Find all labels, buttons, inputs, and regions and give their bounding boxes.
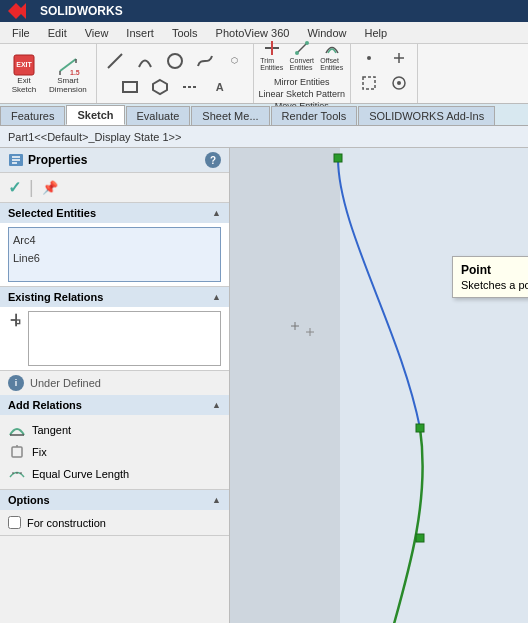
add-relations-header[interactable]: Add Relations ▲ xyxy=(0,395,229,415)
for-construction-label: For construction xyxy=(27,517,106,529)
tangent-icon xyxy=(8,421,26,439)
properties-panel: Properties ? ✓ | 📌 Selected Entities ▲ A… xyxy=(0,148,230,623)
svg-rect-30 xyxy=(16,320,20,324)
existing-relations-box[interactable] xyxy=(28,311,221,366)
construction2-button[interactable] xyxy=(355,71,383,95)
trim-entities-button[interactable]: TrimEntities xyxy=(258,37,286,73)
options-section: Options ▲ For construction xyxy=(0,490,229,536)
tab-addins[interactable]: SOLIDWORKS Add-Ins xyxy=(358,106,495,125)
fix-relation-item[interactable]: Fix xyxy=(8,441,221,463)
convert-entities-button[interactable]: ConvertEntities xyxy=(288,37,316,73)
selected-entities-header[interactable]: Selected Entities ▲ xyxy=(0,203,229,223)
solidworks-logo-icon xyxy=(8,3,36,19)
tab-evaluate[interactable]: Evaluate xyxy=(126,106,191,125)
add-relations-section: Add Relations ▲ Tangent Fix xyxy=(0,395,229,490)
coord-system-button[interactable] xyxy=(385,46,413,70)
line-tool-button[interactable] xyxy=(101,49,129,73)
existing-relations-header[interactable]: Existing Relations ▲ xyxy=(0,287,229,307)
accept-button[interactable]: ✓ xyxy=(8,178,21,197)
properties-icon xyxy=(8,152,24,168)
info-icon: i xyxy=(8,375,24,391)
svg-marker-0 xyxy=(8,3,16,19)
tab-sketch[interactable]: Sketch xyxy=(66,105,124,125)
tab-sheet[interactable]: Sheet Me... xyxy=(191,106,269,125)
selected-entities-section: Selected Entities ▲ Arc4 Line6 xyxy=(0,203,229,287)
panel-title: Properties xyxy=(28,153,87,167)
smart-dimension-button[interactable]: 1.5 SmartDimension xyxy=(44,48,92,100)
options-chevron: ▲ xyxy=(212,495,221,505)
breadcrumb: Part1<<Default>_Display State 1>> xyxy=(8,131,181,143)
for-construction-checkbox[interactable] xyxy=(8,516,21,529)
fix-label: Fix xyxy=(32,446,47,458)
svg-rect-11 xyxy=(123,82,137,92)
svg-rect-32 xyxy=(12,447,22,457)
selected-entities-label: Selected Entities xyxy=(8,207,96,219)
equal-curve-relation-item[interactable]: Equal Curve Length xyxy=(8,463,221,485)
snap-button[interactable] xyxy=(385,71,413,95)
status-label: Under Defined xyxy=(30,377,101,389)
svg-line-9 xyxy=(108,54,122,68)
sketch-canvas-area: Point Sketches a point. xyxy=(230,148,528,623)
polygon-tool-button[interactable] xyxy=(146,75,174,99)
pin-button[interactable]: 📌 xyxy=(42,180,58,195)
menu-edit[interactable]: Edit xyxy=(40,25,75,41)
point-tooltip: Point Sketches a point. xyxy=(452,256,528,298)
circle-tool-button[interactable] xyxy=(161,49,189,73)
point-button[interactable] xyxy=(355,46,383,70)
point-tools xyxy=(351,44,418,103)
main-content: Properties ? ✓ | 📌 Selected Entities ▲ A… xyxy=(0,148,528,623)
existing-relations-label: Existing Relations xyxy=(8,291,103,303)
tabs-bar: Features Sketch Evaluate Sheet Me... Ren… xyxy=(0,104,528,126)
separator: | xyxy=(29,177,34,198)
existing-relations-section: Existing Relations ▲ xyxy=(0,287,229,371)
tooltip-description: Sketches a point. xyxy=(461,279,528,291)
panel-actions: ✓ | 📌 xyxy=(0,173,229,203)
menu-insert[interactable]: Insert xyxy=(118,25,162,41)
svg-text:1.5: 1.5 xyxy=(70,69,80,76)
tangent-relation-item[interactable]: Tangent xyxy=(8,419,221,441)
existing-relations-content xyxy=(0,307,229,370)
arc-tool-button[interactable] xyxy=(131,49,159,73)
equal-curve-label: Equal Curve Length xyxy=(32,468,129,480)
rect-tool-button[interactable] xyxy=(116,75,144,99)
title-bar: SOLIDWORKS xyxy=(0,0,528,22)
svg-rect-42 xyxy=(416,534,424,542)
exit-sketch-button[interactable]: EXIT ExitSketch xyxy=(6,48,42,100)
text-tool-button[interactable]: A xyxy=(206,75,234,99)
list-item-line6: Line6 xyxy=(13,250,216,268)
help-button[interactable]: ? xyxy=(205,152,221,168)
toolbar: EXIT ExitSketch 1.5 SmartDimension xyxy=(0,44,528,104)
fix-icon xyxy=(8,443,26,461)
options-label: Options xyxy=(8,494,50,506)
ellipse-tool-button[interactable]: ⬡ xyxy=(221,49,249,73)
tangent-label: Tangent xyxy=(32,424,71,436)
list-item-arc4: Arc4 xyxy=(13,232,216,250)
construction-tool-button[interactable] xyxy=(176,75,204,99)
svg-marker-12 xyxy=(153,80,167,94)
status-row: i Under Defined xyxy=(0,371,229,395)
svg-point-17 xyxy=(305,41,309,45)
svg-point-16 xyxy=(295,51,299,55)
menu-file[interactable]: File xyxy=(4,25,38,41)
tab-render[interactable]: Render Tools xyxy=(271,106,358,125)
selected-entities-chevron: ▲ xyxy=(212,208,221,218)
linear-sketch-pattern-label: Linear Sketch Pattern xyxy=(259,89,346,99)
svg-rect-41 xyxy=(416,424,424,432)
perpendicular-relation-icon xyxy=(8,311,24,329)
menu-tools[interactable]: Tools xyxy=(164,25,206,41)
app-name: SOLIDWORKS xyxy=(40,4,123,18)
menu-help[interactable]: Help xyxy=(357,25,396,41)
selected-entities-listbox[interactable]: Arc4 Line6 xyxy=(8,227,221,282)
svg-rect-40 xyxy=(334,154,342,162)
tab-features[interactable]: Features xyxy=(0,106,65,125)
sketch-main-tools: EXIT ExitSketch 1.5 SmartDimension xyxy=(2,44,97,103)
menu-view[interactable]: View xyxy=(77,25,117,41)
entities-tools: TrimEntities ConvertEntities OffsetEntit… xyxy=(254,44,351,103)
svg-point-18 xyxy=(367,56,371,60)
app-logo: SOLIDWORKS xyxy=(8,3,123,19)
sketch-svg xyxy=(230,148,528,623)
options-header[interactable]: Options ▲ xyxy=(0,490,229,510)
offset-entities-button[interactable]: OffsetEntities xyxy=(318,37,346,73)
spline-tool-button[interactable] xyxy=(191,49,219,73)
svg-rect-36 xyxy=(230,148,340,623)
